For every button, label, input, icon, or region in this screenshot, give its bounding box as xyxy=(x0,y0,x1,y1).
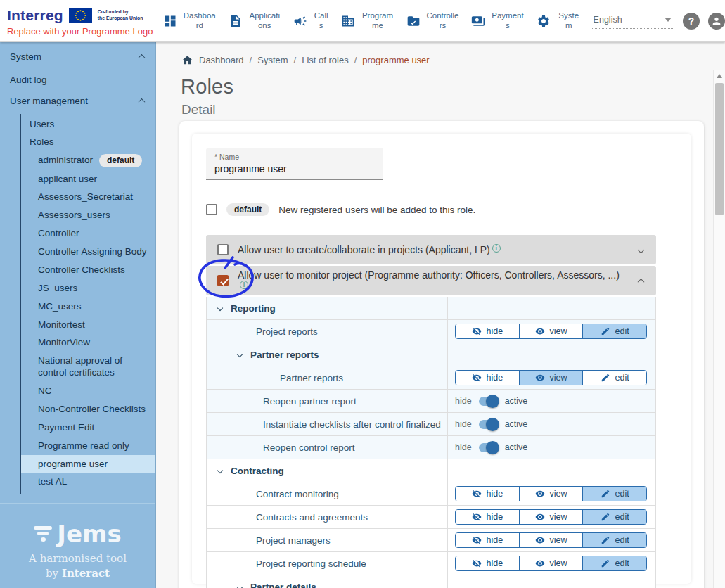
edit-button[interactable]: edit xyxy=(582,324,646,338)
info-icon[interactable]: i xyxy=(492,244,501,253)
name-field-label: * Name xyxy=(214,153,375,161)
nav-item-system[interactable]: System xyxy=(537,11,582,31)
chevron-down-icon[interactable] xyxy=(237,352,243,357)
breadcrumb-item-system[interactable]: System xyxy=(257,55,288,65)
panel-label: Allow user to monitor project (Programme… xyxy=(238,269,629,292)
edit-button[interactable]: edit xyxy=(582,371,646,385)
vertical-scrollbar[interactable] xyxy=(713,70,725,588)
sidebar-role-controller[interactable]: Controller xyxy=(21,225,155,243)
sidebar-role-monitorview[interactable]: MonitorView xyxy=(21,334,155,352)
sidebar-role-payment-edit[interactable]: Payment Edit xyxy=(21,418,155,437)
permission-label: Partner reports xyxy=(250,350,319,360)
nav-item-calls[interactable]: Calls xyxy=(293,11,330,31)
edit-button[interactable]: edit xyxy=(582,556,646,570)
active-toggle[interactable] xyxy=(479,420,498,429)
jems-tagline: A harmonised tool by Interact xyxy=(7,551,148,581)
nav-item-programme[interactable]: Programme xyxy=(341,11,395,31)
view-button[interactable]: view xyxy=(519,371,583,385)
permission-row: Contract monitoringhideviewedit xyxy=(207,482,655,506)
panel-create-collaborate[interactable]: Allow user to create/collaborate in proj… xyxy=(206,235,656,264)
sidebar-role-programme-user[interactable]: programme user xyxy=(21,455,155,473)
sidebar-item-audit-log[interactable]: Audit log xyxy=(0,68,155,91)
sidebar-role-test-al[interactable]: test AL xyxy=(21,473,155,492)
panel-monitor-project[interactable]: Allow user to monitor project (Programme… xyxy=(206,266,656,295)
view-button[interactable]: view xyxy=(519,324,583,338)
permission-control-cell: hideviewedit xyxy=(448,506,655,528)
language-value: English xyxy=(594,15,622,25)
hide-button[interactable]: hide xyxy=(456,510,519,524)
breadcrumb-item-list-of-roles[interactable]: List of roles xyxy=(302,55,348,65)
language-select[interactable]: English xyxy=(592,13,674,29)
chevron-down-icon[interactable] xyxy=(217,468,223,473)
view-button[interactable]: view xyxy=(519,487,583,501)
sidebar-role-applicant-user[interactable]: applicant user xyxy=(21,170,155,188)
sidebar-role-assessors-users[interactable]: Assessors_users xyxy=(21,207,155,225)
sidebar-role-national-approval-of-control-certificates[interactable]: National approval of control certificate… xyxy=(21,352,155,383)
sidebar-role-nc[interactable]: NC xyxy=(21,383,155,401)
hide-button[interactable]: hide xyxy=(456,371,519,385)
view-button-label: view xyxy=(550,558,567,568)
view-button-label: view xyxy=(550,373,567,383)
role-label: Monitortest xyxy=(38,319,85,331)
scrollbar-thumb[interactable] xyxy=(715,83,724,215)
permission-control-cell: hideviewedit xyxy=(448,366,655,389)
permission-row: Project reportshideviewedit xyxy=(207,320,655,343)
create-collaborate-checkbox[interactable] xyxy=(217,244,229,255)
help-button[interactable]: ? xyxy=(683,13,700,30)
sidebar-section-system[interactable]: System xyxy=(0,42,155,68)
sidebar-role-assessors-secretariat[interactable]: Assessors_Secretariat xyxy=(21,188,155,207)
permission-label: Partner details xyxy=(250,582,316,588)
active-toggle[interactable] xyxy=(479,397,498,406)
default-checkbox[interactable] xyxy=(206,204,217,215)
edit-button[interactable]: edit xyxy=(582,487,646,501)
hide-button[interactable]: hide xyxy=(456,324,519,338)
chevron-down-icon[interactable] xyxy=(217,305,223,311)
nav-item-controllers[interactable]: Controllers xyxy=(406,11,461,31)
view-button[interactable]: view xyxy=(519,533,583,547)
nav-item-payments[interactable]: Payments xyxy=(471,11,525,31)
edit-button[interactable]: edit xyxy=(582,533,646,547)
edit-button[interactable]: edit xyxy=(582,510,646,524)
sidebar-item-roles[interactable]: Roles xyxy=(21,133,155,151)
sidebar-role-monitortest[interactable]: Monitortest xyxy=(21,316,155,334)
sidebar-role-js-users[interactable]: JS_users xyxy=(21,279,155,298)
breadcrumb-item-dashboard[interactable]: Dashboard xyxy=(199,55,244,65)
hide-button[interactable]: hide xyxy=(456,533,519,547)
role-label: Programme read only xyxy=(38,440,129,452)
sidebar-role-programme-read-only[interactable]: Programme read only xyxy=(21,437,155,455)
hide-icon xyxy=(472,512,482,522)
nav-item-applications[interactable]: Applications xyxy=(229,11,283,31)
role-label: programme user xyxy=(38,459,108,471)
account-button[interactable] xyxy=(708,13,725,30)
hide-icon xyxy=(472,558,482,568)
controllers-folder-icon xyxy=(406,14,421,28)
name-field[interactable]: * Name programme user xyxy=(206,148,383,180)
sidebar-section-user-management[interactable]: User management xyxy=(0,91,155,113)
eu-flag-icon xyxy=(69,8,92,23)
home-icon[interactable] xyxy=(181,54,193,66)
sidebar-role-non-controller-checklists[interactable]: Non-Controller Checklists xyxy=(21,400,155,418)
sidebar-item-users[interactable]: Users xyxy=(21,115,155,133)
view-button[interactable]: view xyxy=(519,556,583,570)
sidebar-item-label: Roles xyxy=(30,136,54,147)
hide-button[interactable]: hide xyxy=(456,556,519,570)
active-label: active xyxy=(505,396,528,406)
sidebar-role-administrator[interactable]: administratordefault xyxy=(21,151,155,170)
chevron-up-icon xyxy=(139,54,146,61)
scrollbar-up-arrow-icon[interactable] xyxy=(717,74,722,78)
sidebar-role-controller-checklists[interactable]: Controller Checklists xyxy=(21,261,155,279)
permission-label-cell: Contracting xyxy=(207,459,448,482)
nav-item-dashboard[interactable]: Dashboard xyxy=(163,11,217,31)
panel-label: Allow user to create/collaborate in proj… xyxy=(238,244,629,255)
edit-button-label: edit xyxy=(615,489,629,499)
info-icon[interactable]: i xyxy=(240,281,248,289)
permission-label: Instantiate checklists after control fin… xyxy=(263,419,441,430)
hide-button[interactable]: hide xyxy=(456,487,519,501)
monitor-project-checkbox[interactable] xyxy=(217,275,229,286)
chevron-down-icon[interactable] xyxy=(237,584,243,588)
active-toggle[interactable] xyxy=(479,443,498,452)
sidebar-item-label: Audit log xyxy=(10,75,47,85)
view-button[interactable]: view xyxy=(519,510,583,524)
sidebar-role-mc-users[interactable]: MC_users xyxy=(21,298,155,316)
sidebar-role-controller-assigning-body[interactable]: Controller Assigning Body xyxy=(21,243,155,262)
